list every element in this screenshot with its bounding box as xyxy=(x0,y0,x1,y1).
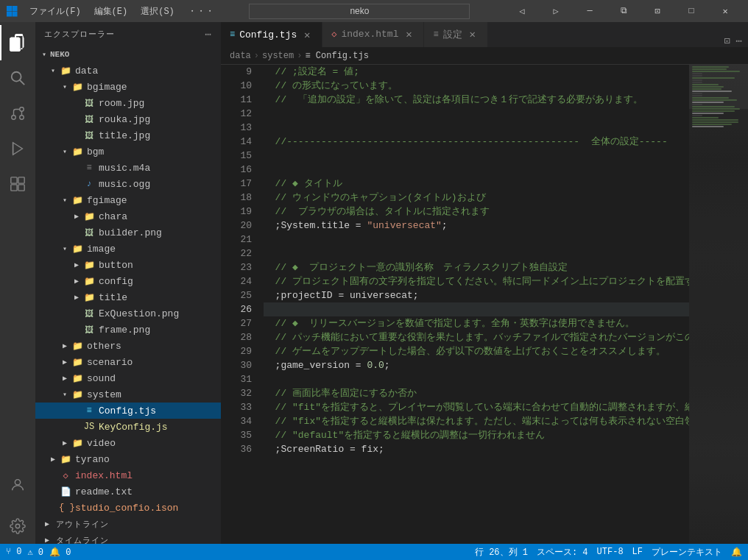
status-encoding[interactable]: UTF-8 xyxy=(597,547,624,557)
svg-rect-3 xyxy=(13,12,18,17)
split-button[interactable]: ⊡ xyxy=(641,0,674,22)
more-actions-button[interactable]: ⋯ xyxy=(736,35,742,47)
activity-explorer[interactable] xyxy=(0,25,35,60)
tree-item-Config-tjs[interactable]: ≡ Config.tjs xyxy=(35,403,221,419)
breadcrumb-data[interactable]: data xyxy=(230,51,251,61)
tree-item-scenario[interactable]: ▶ 📁 scenario xyxy=(35,354,221,370)
activity-search[interactable] xyxy=(0,60,35,96)
tree-label-readme-txt: readme.txt xyxy=(75,486,133,497)
tree-item-rouka-jpg[interactable]: 🖼 rouka.jpg xyxy=(35,111,221,127)
tree-item-music-ogg[interactable]: ♪ music.ogg xyxy=(35,176,221,192)
tab-Config-tjs[interactable]: ≡ Config.tjs ✕ xyxy=(221,22,322,47)
tree-item-config[interactable]: ▶ 📁 config xyxy=(35,273,221,289)
tree-label-title-jpg: title.jpg xyxy=(99,130,150,141)
activity-settings[interactable] xyxy=(0,508,35,544)
tree-item-video[interactable]: ▶ 📁 video xyxy=(35,435,221,451)
breadcrumb-system[interactable]: system xyxy=(262,51,294,61)
tree-root[interactable]: ▾ NEKO xyxy=(35,46,221,63)
tree-item-chara[interactable]: ▶ 📁 chara xyxy=(35,208,221,224)
tree-item-others[interactable]: ▶ 📁 others xyxy=(35,338,221,354)
status-branch[interactable]: ⑂ 0 xyxy=(6,547,21,557)
menu-file[interactable]: ファイル(F) xyxy=(24,4,87,19)
status-position[interactable]: 行 26、列 1 xyxy=(475,546,528,559)
image-icon: 🖼 xyxy=(82,325,96,336)
activity-account[interactable] xyxy=(0,467,35,503)
code-line-31 xyxy=(264,372,689,386)
folder-icon: 📁 xyxy=(71,373,84,384)
line-num-9: 9 xyxy=(221,65,252,79)
tree-item-builder-png[interactable]: 🖼 builder.png xyxy=(35,224,221,241)
status-language[interactable]: プレーンテキスト xyxy=(652,546,722,559)
minimize-button[interactable]: ─ xyxy=(573,0,607,22)
tab-index-html[interactable]: ◇ index.html ✕ xyxy=(322,22,424,47)
nav-back[interactable]: ◁ xyxy=(505,0,539,22)
line-num-14: 14 xyxy=(221,135,252,149)
code-editor[interactable]: // ;設定名 = 値; // の形式になっています。 // 「追加の設定」を除… xyxy=(258,65,689,544)
tree-label-others: others xyxy=(87,341,121,352)
tree-item-bgimage[interactable]: ▾ 📁 bgimage xyxy=(35,79,221,95)
status-notification[interactable]: 🔔 xyxy=(731,547,742,558)
tree-item-sound[interactable]: ▶ 📁 sound xyxy=(35,370,221,386)
line-num-32: 32 xyxy=(221,386,252,400)
title-arrow: ▶ xyxy=(71,293,82,302)
tab-settings[interactable]: ≡ 設定 ✕ xyxy=(424,22,487,47)
layout-button[interactable]: ⧉ xyxy=(607,0,641,22)
tab-close-html[interactable]: ✕ xyxy=(403,28,414,40)
search-box[interactable] xyxy=(249,4,470,19)
status-spaces[interactable]: スペース: 4 xyxy=(537,546,588,559)
status-eol[interactable]: LF xyxy=(632,547,643,557)
breadcrumb-config[interactable]: ≡ Config.tjs xyxy=(305,51,368,61)
tree-label-bgimage: bgimage xyxy=(87,82,127,93)
tree-item-tyrano[interactable]: ▶ 📁 tyrano xyxy=(35,451,221,467)
tree-item-title[interactable]: ▶ 📁 title xyxy=(35,289,221,305)
minimap[interactable] xyxy=(689,65,748,544)
status-warnings[interactable]: 🔔 0 xyxy=(49,547,71,558)
nav-forward[interactable]: ▷ xyxy=(539,0,573,22)
tree-item-frame-png[interactable]: 🖼 frame.png xyxy=(35,322,221,338)
split-editor-button[interactable]: ⊡ xyxy=(724,35,730,47)
svg-rect-13 xyxy=(11,185,17,191)
titlebar: ファイル(F) 編集(E) 選択(S) ・・・ 🔍 ◁ ▷ ─ ⧉ ⊡ □ ✕ xyxy=(0,0,748,22)
outline-section-header[interactable]: ▶ アウトライン xyxy=(35,516,221,532)
new-file-icon[interactable]: ⋯ xyxy=(205,28,212,40)
tree-label-data: data xyxy=(75,65,98,77)
activity-extensions[interactable] xyxy=(0,166,35,202)
tree-item-image[interactable]: ▾ 📁 image xyxy=(35,241,221,257)
activity-run[interactable] xyxy=(0,131,35,166)
activity-source-control[interactable] xyxy=(0,96,35,131)
tree-item-KeyConfig-js[interactable]: JS KeyConfig.js xyxy=(35,419,221,435)
search-input[interactable] xyxy=(286,6,433,16)
tree-item-bgm[interactable]: ▾ 📁 bgm xyxy=(35,143,221,160)
image-arrow: ▾ xyxy=(59,244,71,253)
menu-more[interactable]: ・・・ xyxy=(182,4,220,19)
tree-item-music-m4a[interactable]: ≡ music.m4a xyxy=(35,160,221,176)
breadcrumb: data › system › ≡ Config.tjs xyxy=(221,48,748,65)
sidebar-actions: ⋯ xyxy=(205,28,212,40)
menu-select[interactable]: 選択(S) xyxy=(135,4,180,19)
close-button[interactable]: ✕ xyxy=(708,0,742,22)
tree-label-config: config xyxy=(99,276,133,287)
tab-close-config[interactable]: ✕ xyxy=(301,29,313,41)
folder-icon: 📁 xyxy=(71,341,84,352)
tree-label-builder-png: builder.png xyxy=(99,227,162,238)
tree-item-studio-config[interactable]: { } studio_confio.ison xyxy=(35,500,221,516)
code-line-27: // ◆ リリースバージョンを数値で指定します。全角・英数字は使用できません。 xyxy=(264,316,689,330)
menu-edit[interactable]: 編集(E) xyxy=(88,4,134,19)
tree-item-room-jpg[interactable]: 🖼 room.jpg xyxy=(35,95,221,111)
tree-item-fgimage[interactable]: ▾ 📁 fgimage xyxy=(35,192,221,208)
tree-item-system[interactable]: ▾ 📁 system xyxy=(35,386,221,403)
tree-item-data[interactable]: ▾ 📁 data xyxy=(35,63,221,79)
tree-label-studio-config: studio_confio.ison xyxy=(75,503,178,514)
timeline-section-header[interactable]: ▶ タイムライン xyxy=(35,532,221,544)
folder-icon: 📁 xyxy=(71,438,84,449)
tab-close-settings[interactable]: ✕ xyxy=(467,28,479,40)
code-line-20: ;System.title = "universecat"; xyxy=(264,219,689,233)
maximize-button[interactable]: □ xyxy=(674,0,708,22)
tree-item-readme-txt[interactable]: 📄 readme.txt xyxy=(35,483,221,500)
tree-item-title-jpg[interactable]: 🖼 title.jpg xyxy=(35,127,221,143)
tree-item-button[interactable]: ▶ 📁 button xyxy=(35,257,221,273)
tree-item-ExQuestion-png[interactable]: 🖼 ExQuestion.png xyxy=(35,305,221,322)
tree-item-index-html[interactable]: ◇ index.html xyxy=(35,467,221,483)
status-errors[interactable]: ⚠ 0 xyxy=(27,547,43,558)
svg-rect-2 xyxy=(7,12,12,17)
